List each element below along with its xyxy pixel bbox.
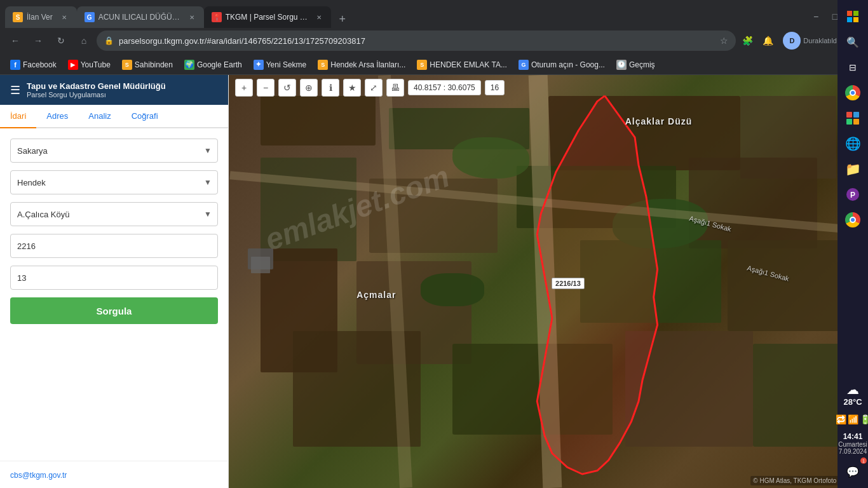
sidebar: ☰ Tapu ve Kadastro Genel Müdürlüğü Parse… (0, 75, 229, 488)
sidebar-footer: cbs@tkgm.gov.tr (0, 461, 228, 488)
zoom-in-button[interactable]: + (235, 79, 253, 97)
current-time: 14:41 (838, 432, 867, 441)
tab-label-3: TKGM | Parsel Sorgu Uygulama... (226, 13, 308, 22)
svg-rect-0 (847, 11, 852, 16)
bookmark-hendek-emlak-label: HENDEK EMLAK TA... (430, 60, 507, 69)
svg-text:P: P (850, 191, 855, 200)
bookmark-history[interactable]: 🕐 Geçmiş (611, 57, 660, 73)
hendek-emlak-icon: S (417, 60, 427, 70)
bookmark-youtube-label: YouTube (81, 60, 111, 69)
svg-rect-2 (847, 17, 852, 22)
zoom-out-button[interactable]: − (257, 79, 275, 97)
bookmark-facebook[interactable]: f Facebook (5, 57, 62, 73)
start-button[interactable] (841, 5, 864, 28)
sidebar-title: Tapu ve Kadastro Genel Müdürlüğü Parsel … (27, 81, 166, 98)
refresh-button[interactable]: ↺ (278, 79, 296, 97)
home-button[interactable]: ⌂ (74, 30, 94, 51)
task-view-button[interactable]: ⊟ (841, 56, 864, 79)
bookmark-history-label: Geçmiş (629, 60, 655, 69)
bookmark-sahibinden[interactable]: S Sahibinden (117, 57, 178, 73)
neighborhood-select-wrapper: A.Çalıca Köyü ▼ (10, 202, 218, 226)
bookmark-google-earth[interactable]: 🌍 Google Earth (179, 57, 247, 73)
bookmarks-bar: f Facebook ▶ YouTube S Sahibinden 🌍 Goog… (0, 55, 868, 75)
svg-rect-1 (853, 11, 858, 16)
hamburger-icon[interactable]: ☰ (10, 83, 20, 97)
district-select[interactable]: Hendek (10, 170, 218, 194)
signal-icon: 📶 (848, 414, 858, 424)
new-tab-button[interactable]: + (334, 10, 351, 28)
tab-label-2: ACUN ILICALI DÜĞÜN - Google... (98, 13, 181, 22)
notification-button[interactable]: 💬 1 (841, 460, 864, 483)
expand-button[interactable]: ⤢ (365, 79, 383, 97)
history-icon: 🕐 (616, 60, 627, 70)
bookmark-new-tab[interactable]: ✦ Yeni Sekme (248, 57, 312, 73)
bookmark-hendek-arsa[interactable]: S Hendek Arsa İlanları... (313, 57, 410, 73)
edge-browser-icon[interactable]: 🌐 (841, 132, 864, 155)
tab-cografi[interactable]: Coğrafi (121, 105, 168, 128)
hendek-arsa-icon: S (318, 60, 328, 70)
forward-button[interactable]: → (28, 30, 48, 51)
map-coordinates: 40.8157 : 30.6075 (408, 80, 481, 95)
url-text: parselsorgu.tkgm.gov.tr/#ara/idari/14676… (119, 36, 715, 46)
battery-icon: 🔋 (860, 414, 869, 424)
tab-close-1[interactable]: ✕ (59, 12, 69, 22)
sidebar-title-sub: Parsel Sorgu Uygulaması (27, 91, 166, 98)
tab-idari[interactable]: İdari (0, 105, 36, 128)
bookmark-hendek-emlak[interactable]: S HENDEK EMLAK TA... (412, 57, 512, 73)
map-background: Alçaklar Düzü Açmalar Aşağı1 Sokak Aşağı… (229, 75, 868, 488)
tab-tkgm[interactable]: 📍 TKGM | Parsel Sorgu Uygulama... ✕ (204, 6, 331, 28)
extensions-button[interactable]: 🧩 (738, 32, 756, 50)
tab-close-2[interactable]: ✕ (187, 12, 196, 22)
profile-container[interactable]: D Duraklatıldı (779, 30, 843, 51)
minimize-button[interactable]: − (807, 8, 825, 25)
weather-temperature: 28°C (843, 397, 862, 407)
tab-ilan-ver[interactable]: S İlan Ver ✕ (5, 6, 77, 28)
parcel-label: 2216/13 (552, 278, 585, 289)
chrome-taskbar-icon[interactable] (841, 81, 864, 104)
tab-favicon-3: 📍 (212, 12, 222, 22)
svg-rect-5 (853, 112, 859, 118)
bookmark-facebook-label: Facebook (23, 60, 57, 69)
parsel-input[interactable] (10, 266, 218, 290)
neighborhood-select[interactable]: A.Çalıca Köyü (10, 202, 218, 226)
youtube-icon: ▶ (68, 60, 78, 70)
profile-label: Duraklatıldı (803, 37, 839, 44)
reload-button[interactable]: ↻ (51, 30, 71, 51)
bookmark-star-icon[interactable]: ☆ (720, 36, 728, 46)
tab-google-search[interactable]: G ACUN ILICALI DÜĞÜN - Google... ✕ (77, 6, 204, 28)
district-select-wrapper: Hendek ▼ (10, 170, 218, 194)
tab-adres[interactable]: Adres (36, 105, 78, 128)
tab-close-3[interactable]: ✕ (315, 12, 323, 22)
profile-extension-button[interactable]: 🔔 (759, 32, 776, 50)
province-select-wrapper: Sakarya ▼ (10, 139, 218, 163)
province-select[interactable]: Sakarya (10, 139, 218, 163)
svg-rect-4 (846, 112, 852, 118)
bookmark-button[interactable]: ★ (343, 79, 361, 97)
query-button[interactable]: Sorgula (10, 297, 218, 324)
time-widget[interactable]: 14:41 Cumartesi 7.09.2024 (836, 430, 868, 458)
chrome-icon-2[interactable] (841, 208, 864, 231)
facebook-icon: f (10, 60, 20, 70)
file-explorer-icon[interactable]: 📁 (841, 158, 864, 180)
new-tab-icon: ✦ (254, 60, 264, 70)
info-button[interactable]: ℹ (322, 79, 339, 97)
svg-rect-6 (846, 119, 852, 125)
tab-label-1: İlan Ver (27, 13, 53, 22)
map-toolbar: + − ↺ ⊕ ℹ ★ ⤢ 🖶 40.8157 : 30.6075 16 (229, 75, 868, 100)
search-taskbar-button[interactable]: 🔍 (841, 30, 864, 53)
ada-input[interactable] (10, 234, 218, 258)
bookmark-google-signin[interactable]: G Oturum açın - Goog... (513, 57, 610, 73)
print-button[interactable]: 🖶 (386, 79, 404, 97)
avatar: D (783, 32, 801, 50)
address-bar[interactable]: 🔒 parselsorgu.tkgm.gov.tr/#ara/idari/146… (97, 30, 736, 51)
contact-email-link[interactable]: cbs@tkgm.gov.tr (10, 471, 67, 480)
bookmark-youtube[interactable]: ▶ YouTube (63, 57, 116, 73)
office-icon[interactable]: P (841, 183, 864, 206)
svg-rect-3 (853, 17, 858, 22)
weather-widget[interactable]: ☁ 28°C (841, 379, 864, 409)
tab-analiz[interactable]: Analiz (78, 105, 121, 128)
wifi-icon: 🔁 (836, 414, 846, 424)
colored-icon-1[interactable] (841, 107, 864, 130)
back-button[interactable]: ← (5, 30, 25, 51)
crosshair-button[interactable]: ⊕ (300, 79, 318, 97)
